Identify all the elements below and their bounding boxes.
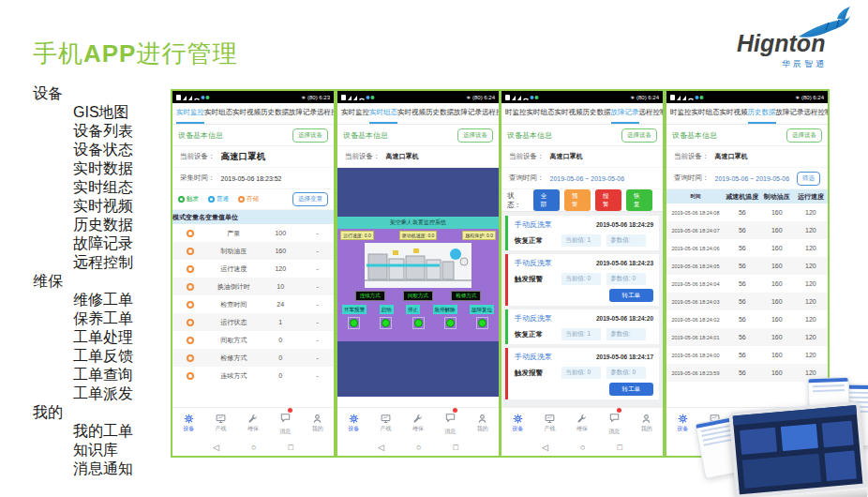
status-filter-chip[interactable]: 预警 [564, 189, 591, 211]
fault-device-name[interactable]: 手动反洗泵 [515, 352, 552, 362]
back-icon[interactable]: ◁ [378, 443, 384, 452]
tab[interactable]: 时监控 [505, 103, 527, 124]
query-value[interactable]: 2019-05-06 ~ 2019-05-06 [715, 175, 790, 182]
mode-button[interactable]: 检修方式 [451, 291, 481, 301]
control-button[interactable]: 故障复位 [470, 305, 494, 314]
nav-item-device[interactable]: 设备 [172, 414, 204, 433]
control-button[interactable]: 启动 [380, 305, 394, 314]
to-workorder-button[interactable]: 转工单 [609, 289, 654, 302]
tab[interactable]: 实时组态 [204, 103, 232, 124]
nav-item-mine[interactable]: 我的 [467, 414, 499, 433]
tab[interactable]: 实时组态 [527, 103, 555, 124]
tab[interactable]: 远程控制 [804, 103, 829, 124]
tab[interactable]: 实时监控 [176, 103, 204, 124]
filter-button[interactable]: 筛选 [797, 172, 820, 186]
tab[interactable]: 实时组态 [692, 103, 720, 124]
tab[interactable]: 历史数据 [261, 103, 289, 124]
nav-item-device[interactable]: 设备 [666, 414, 698, 433]
home-icon[interactable]: ○ [251, 443, 256, 452]
select-device-button[interactable]: 选择设备 [292, 128, 328, 143]
phone-screen-fault-records: ∗ (80) 6:24 时监控实时组态实时视频历史数据故障记录远程控制 设备基本… [500, 89, 665, 458]
fault-state: 恢复正常 [515, 236, 561, 246]
status-filter-chip[interactable]: 全部 [533, 189, 560, 211]
back-icon[interactable]: ◁ [213, 443, 219, 452]
to-workorder-button[interactable]: 转工单 [609, 383, 654, 396]
tab[interactable]: 故障记录 [776, 103, 804, 124]
run-speed: 120 [794, 369, 828, 376]
control-button[interactable]: 停止 [406, 305, 420, 314]
mode-ring-icon [187, 337, 194, 344]
brake-pressure: 160 [760, 334, 794, 340]
nav-item-device[interactable]: 设备 [337, 414, 369, 433]
status-bar: ∗ (80) 6:24 [666, 91, 828, 103]
tab[interactable]: 实时视频 [720, 103, 748, 124]
tab[interactable]: 历史数据 [583, 103, 611, 124]
nav-item-mine[interactable]: 我的 [631, 414, 663, 433]
tab[interactable]: 远程控制 [639, 103, 664, 124]
status-filter-chip[interactable]: 恢复 [626, 189, 652, 211]
menu-item: 实时组态 [33, 178, 133, 197]
nav-item-messages[interactable]: 消息 [269, 410, 301, 436]
tab[interactable]: 历史数据 [426, 103, 454, 124]
fault-card: 手动反洗泵 2019-05-06 18:24:17 触发报警 当前值: 0 参数… [505, 348, 659, 399]
query-value[interactable]: 2019-05-06 ~ 2019-05-06 [550, 175, 625, 182]
section-title: 设备基本信息 [178, 130, 223, 141]
status-icons [176, 94, 210, 101]
recents-icon[interactable]: □ [288, 443, 292, 452]
tab[interactable]: 远程控 [317, 103, 334, 124]
select-device-button[interactable]: 选择设备 [786, 128, 822, 143]
run-speed: 120 [794, 334, 828, 340]
nav-item-production-line[interactable]: 产线 [204, 414, 236, 433]
variable-value: 0 [260, 354, 302, 361]
nav-item-production-line[interactable]: 产线 [533, 414, 565, 433]
recents-icon[interactable]: □ [453, 443, 457, 452]
tab[interactable]: 故障记录 [454, 103, 482, 124]
lamp-box [412, 317, 425, 329]
tab[interactable]: 实时视频 [555, 103, 583, 124]
fault-device-name[interactable]: 手动反洗泵 [515, 313, 552, 324]
variable-value: 24 [260, 301, 302, 308]
nav-item-device[interactable]: 设备 [501, 414, 533, 433]
nav-item-maintenance[interactable]: 维保 [237, 414, 269, 433]
select-variable-button[interactable]: 选择变量 [292, 192, 328, 206]
column-header: 变量值 [205, 213, 225, 222]
recents-icon[interactable]: □ [617, 443, 621, 452]
tab[interactable]: 实时视频 [397, 103, 426, 124]
tab[interactable]: 故障记录 [611, 103, 639, 124]
current-device-row: 当前设备： 高速口罩机 [666, 146, 828, 168]
fault-device-name[interactable]: 手动反洗泵 [515, 219, 552, 230]
tab[interactable]: 实时视频 [232, 103, 261, 124]
home-icon[interactable]: ○ [580, 443, 585, 452]
fault-device-name[interactable]: 手动反洗泵 [515, 258, 552, 268]
page-title: 手机APP进行管理 [33, 38, 237, 70]
mode-button[interactable]: 间歇方式 [403, 291, 433, 301]
nav-item-mine[interactable]: 我的 [302, 414, 334, 433]
feature-menu: 设备GIS地图设备列表设备状态实时数据实时组态实时视频历史数据故障记录远程控制维… [33, 84, 133, 478]
brake-pressure: 160 [760, 298, 794, 305]
back-icon[interactable]: ◁ [542, 443, 548, 452]
home-icon[interactable]: ○ [416, 443, 421, 452]
run-speed: 120 [794, 298, 828, 305]
menu-item: 设备列表 [33, 122, 133, 141]
tab[interactable]: 时监控 [670, 103, 692, 124]
control-button[interactable]: 急停解除 [433, 305, 457, 314]
tab[interactable]: 实时组态 [369, 103, 397, 124]
nav-item-production-line[interactable]: 产线 [369, 414, 401, 433]
lamp-box [380, 317, 392, 329]
nav-item-maintenance[interactable]: 维保 [402, 414, 434, 433]
tab[interactable]: 故障记录 [289, 103, 317, 124]
tab[interactable]: 历史数据 [748, 103, 776, 124]
status-icons [341, 94, 375, 101]
status-filter-chip[interactable]: 报警 [595, 189, 621, 211]
menu-item: 设备 [33, 84, 133, 103]
table-row: 检查时间 24 - [172, 295, 334, 313]
select-device-button[interactable]: 选择设备 [457, 128, 493, 143]
mode-button[interactable]: 连续方式 [355, 291, 385, 301]
nav-item-maintenance[interactable]: 维保 [566, 414, 598, 433]
tab[interactable]: 远程控 [482, 103, 499, 124]
nav-item-messages[interactable]: 消息 [434, 410, 466, 436]
nav-item-messages[interactable]: 消息 [598, 410, 630, 436]
select-device-button[interactable]: 选择设备 [621, 128, 657, 143]
control-button[interactable]: 开车预警 [342, 305, 367, 314]
tab[interactable]: 实时监控 [341, 103, 369, 124]
